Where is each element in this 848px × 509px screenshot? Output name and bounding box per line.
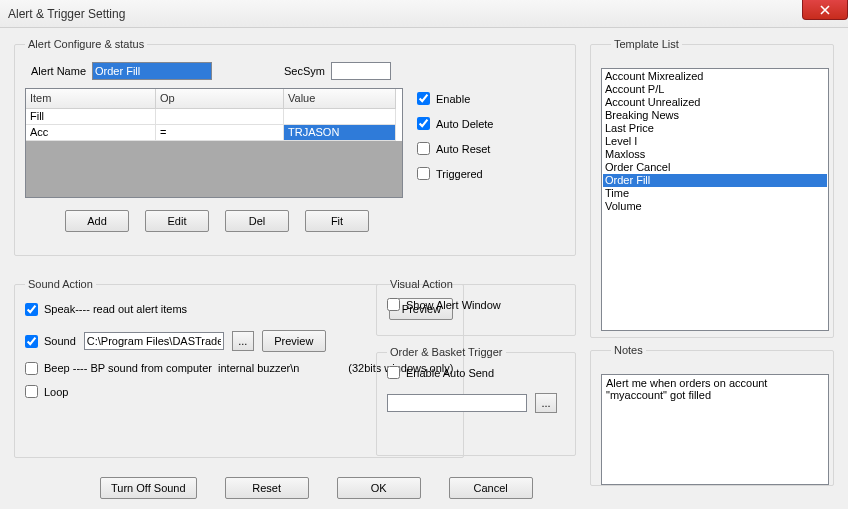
order-basket-trigger-legend: Order & Basket Trigger	[387, 346, 506, 358]
close-icon	[820, 5, 830, 15]
alert-name-label: Alert Name	[31, 65, 86, 77]
list-item[interactable]: Maxloss	[603, 148, 827, 161]
list-item[interactable]: Volume	[603, 200, 827, 213]
del-button[interactable]: Del	[225, 210, 289, 232]
visual-action-group: Visual Action Show Alert Window	[376, 278, 576, 336]
close-button[interactable]	[802, 0, 848, 20]
triggered-checkbox[interactable]: Triggered	[417, 167, 493, 180]
show-alert-window-checkbox[interactable]: Show Alert Window	[387, 298, 565, 311]
reset-button[interactable]: Reset	[225, 477, 309, 499]
edit-button[interactable]: Edit	[145, 210, 209, 232]
template-list-group: Template List Account MixrealizedAccount…	[590, 38, 834, 338]
template-listbox[interactable]: Account MixrealizedAccount P/LAccount Un…	[601, 68, 829, 331]
criteria-header: Item Op Value	[26, 89, 402, 109]
secsym-input[interactable]	[331, 62, 391, 80]
order-basket-trigger-group: Order & Basket Trigger Enable Auto Send …	[376, 346, 576, 456]
add-button[interactable]: Add	[65, 210, 129, 232]
list-item[interactable]: Account P/L	[603, 83, 827, 96]
sound-path-input[interactable]	[84, 332, 224, 350]
list-item[interactable]: Time	[603, 187, 827, 200]
alert-configure-legend: Alert Configure & status	[25, 38, 147, 50]
bottom-button-row: Turn Off Sound Reset OK Cancel	[100, 477, 533, 499]
list-item[interactable]: Order Cancel	[603, 161, 827, 174]
sound-preview-button[interactable]: Preview	[262, 330, 326, 352]
ok-button[interactable]: OK	[337, 477, 421, 499]
fit-button[interactable]: Fit	[305, 210, 369, 232]
template-list-legend: Template List	[611, 38, 682, 50]
visual-action-legend: Visual Action	[387, 278, 456, 290]
list-item[interactable]: Breaking News	[603, 109, 827, 122]
titlebar: Alert & Trigger Setting	[0, 0, 848, 28]
client-area: Alert Configure & status Alert Name SecS…	[0, 28, 848, 509]
speak-checkbox[interactable]: Speak---- read out alert items	[25, 303, 381, 316]
cancel-button[interactable]: Cancel	[449, 477, 533, 499]
order-path-input[interactable]	[387, 394, 527, 412]
enable-autosend-checkbox[interactable]: Enable Auto Send	[387, 366, 565, 379]
auto-reset-checkbox[interactable]: Auto Reset	[417, 142, 493, 155]
secsym-label: SecSym	[284, 65, 325, 77]
list-item[interactable]: Level I	[603, 135, 827, 148]
table-row[interactable]: Acc = TRJASON	[26, 125, 402, 141]
list-item[interactable]: Order Fill	[603, 174, 827, 187]
notes-legend: Notes	[611, 344, 646, 356]
table-row[interactable]: Fill	[26, 109, 402, 125]
window-title: Alert & Trigger Setting	[8, 7, 125, 21]
alert-configure-group: Alert Configure & status Alert Name SecS…	[14, 38, 576, 256]
notes-textarea[interactable]: Alert me when orders on account "myaccou…	[601, 374, 829, 485]
turn-off-sound-button[interactable]: Turn Off Sound	[100, 477, 197, 499]
sound-browse-button[interactable]: ...	[232, 331, 254, 351]
header-item: Item	[26, 89, 156, 109]
header-value: Value	[284, 89, 396, 109]
notes-group: Notes Alert me when orders on account "m…	[590, 344, 834, 486]
auto-delete-checkbox[interactable]: Auto Delete	[417, 117, 493, 130]
list-item[interactable]: Last Price	[603, 122, 827, 135]
order-browse-button[interactable]: ...	[535, 393, 557, 413]
list-item[interactable]: Account Mixrealized	[603, 70, 827, 83]
sound-action-legend: Sound Action	[25, 278, 96, 290]
header-op: Op	[156, 89, 284, 109]
list-item[interactable]: Account Unrealized	[603, 96, 827, 109]
sound-checkbox[interactable]: Sound	[25, 335, 76, 348]
enable-checkbox[interactable]: Enable	[417, 92, 493, 105]
criteria-table[interactable]: Item Op Value Fill Acc = TRJASON	[25, 88, 403, 198]
alert-name-input[interactable]	[92, 62, 212, 80]
alert-name-row: Alert Name SecSym	[31, 62, 565, 80]
loop-checkbox[interactable]: Loop	[25, 385, 68, 398]
